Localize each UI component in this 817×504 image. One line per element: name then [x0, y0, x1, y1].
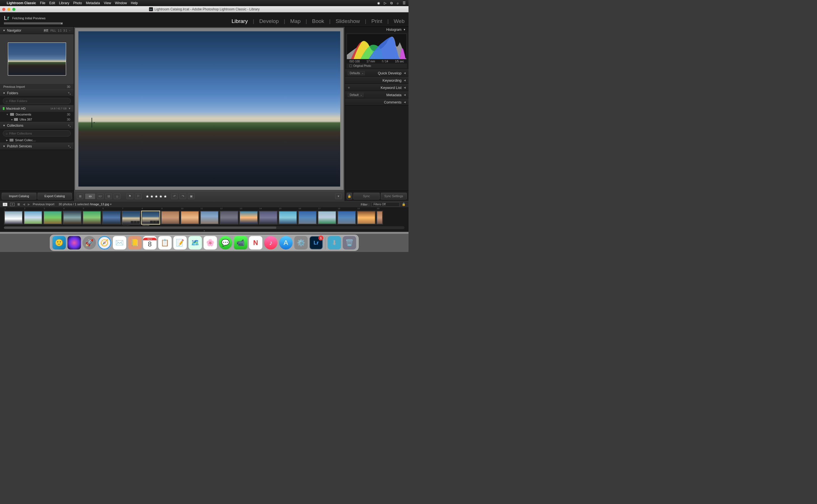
module-library[interactable]: Library	[232, 18, 248, 24]
filmstrip-thumb[interactable]	[318, 211, 337, 225]
dock-trash-icon[interactable]: 🗑️	[343, 236, 356, 249]
menu-photo[interactable]: Photo	[73, 1, 82, 5]
quick-develop-preset-select[interactable]: Defaults	[348, 71, 365, 75]
dock-maps-icon[interactable]: 🗺️	[188, 236, 202, 249]
nav-zoom-fill[interactable]: FILL	[50, 29, 56, 32]
filmstrip-thumb[interactable]	[357, 211, 376, 225]
flag-pick-button[interactable]: ⚑	[126, 194, 133, 199]
folders-header[interactable]: ▼ Folders +▾	[0, 90, 74, 97]
sync-lock-button[interactable]: 🔒	[347, 193, 352, 199]
nav-zoom-1to1[interactable]: 1:1	[58, 29, 62, 32]
collections-filter-input[interactable]: ⌕ Filter Collections	[3, 130, 71, 136]
filmstrip-thumb[interactable]	[298, 211, 317, 225]
star-icon[interactable]: ★	[145, 194, 149, 199]
folders-filter-input[interactable]: ⌕ Filter Folders	[3, 98, 71, 104]
filmstrip-thumb[interactable]	[259, 211, 278, 225]
main-monitor-button[interactable]: 1	[3, 203, 7, 206]
nav-forward-button[interactable]: ▶	[28, 202, 30, 206]
filmstrip-thumb[interactable]	[43, 211, 62, 225]
keywording-header[interactable]: Keywording ◀	[345, 77, 408, 84]
rating-stars[interactable]: ★ ★ ★ ★ ★	[145, 194, 167, 199]
export-catalog-button[interactable]: Export Catalog	[37, 193, 72, 199]
menubar-displays-icon[interactable]: ⧉	[390, 1, 393, 5]
filter-lock-icon[interactable]: 🔒	[402, 202, 406, 206]
star-icon[interactable]: ★	[154, 194, 158, 199]
star-icon[interactable]: ★	[163, 194, 167, 199]
comments-header[interactable]: Comments ◀	[345, 98, 408, 106]
window-minimize-button[interactable]	[7, 8, 10, 11]
cancel-activity-button[interactable]: ✕	[60, 22, 63, 25]
histogram-chart[interactable]	[347, 34, 407, 59]
filmstrip-thumb[interactable]	[161, 211, 180, 225]
menu-edit[interactable]: Edit	[49, 1, 55, 5]
menu-metadata[interactable]: Metadata	[86, 1, 100, 5]
dock-mail-icon[interactable]: ✉️	[113, 236, 126, 249]
volume-menu-icon[interactable]: ▼	[68, 107, 71, 110]
dock-finder-icon[interactable]: 🙂	[52, 236, 66, 249]
filmstrip-thumb[interactable]	[337, 211, 356, 225]
filmstrip-thumb[interactable]	[4, 211, 23, 225]
dock-safari-icon[interactable]: 🧭	[98, 236, 111, 249]
module-print[interactable]: Print	[371, 18, 382, 24]
app-menu[interactable]: Lightroom Classic	[7, 1, 36, 5]
publish-header[interactable]: ▼ Publish Services +▾	[0, 143, 74, 150]
rotate-ccw-button[interactable]: ↶	[171, 194, 178, 199]
catalog-previous-import[interactable]: Previous Import 30	[0, 84, 74, 90]
compare-view-button[interactable]: X|Y	[97, 194, 104, 199]
sync-button[interactable]: Sync	[353, 193, 380, 199]
dock-calendar-icon[interactable]: NOV8	[143, 236, 156, 249]
menu-window[interactable]: Window	[115, 1, 127, 5]
window-close-button[interactable]	[2, 8, 5, 11]
toolbar-menu-button[interactable]: ▾	[335, 194, 342, 199]
filmstrip-toggle-handle[interactable]: ▼	[0, 230, 408, 232]
people-view-button[interactable]: ☺	[114, 194, 120, 199]
filmstrip-thumbs[interactable]: ★★★★★ ★★★★★	[0, 210, 408, 226]
nav-zoom-fit[interactable]: FIT	[43, 29, 49, 32]
nav-back-button[interactable]: ◀	[23, 202, 25, 206]
import-catalog-button[interactable]: Import Catalog	[2, 193, 36, 199]
navigator-preview[interactable]	[0, 34, 74, 84]
dock-preferences-icon[interactable]: ⚙️	[294, 236, 308, 249]
menu-help[interactable]: Help	[131, 1, 138, 5]
original-photo-checkbox[interactable]: Original Photo	[347, 63, 407, 68]
menubar-airplay-icon[interactable]: ▷	[384, 1, 386, 5]
source-label[interactable]: Previous Import	[33, 202, 54, 206]
menubar-spotlight-icon[interactable]: ⌕	[397, 1, 399, 5]
menu-file[interactable]: File	[40, 1, 45, 5]
star-icon[interactable]: ★	[159, 194, 163, 199]
dock-music-icon[interactable]: ♪	[264, 236, 278, 249]
filmstrip-thumb-selected[interactable]: ★★★★★	[141, 211, 160, 225]
dock-lightroom-icon[interactable]: Lr1	[309, 236, 323, 249]
module-develop[interactable]: Develop	[259, 18, 279, 24]
folders-add-button[interactable]: +▾	[68, 91, 71, 95]
navigator-header[interactable]: ▼ Navigator FIT FILL 1:1 3:1 ⌄	[0, 27, 74, 34]
dock-launchpad-icon[interactable]: 🚀	[83, 236, 96, 249]
volume-row[interactable]: Macintosh HD 14.8 / 42.7 GB ▼	[0, 105, 74, 112]
rotate-cw-button[interactable]: ↷	[179, 194, 186, 199]
dock-facetime-icon[interactable]: 📹	[234, 236, 247, 249]
publish-add-button[interactable]: +▾	[68, 144, 71, 149]
filmstrip-thumb[interactable]	[180, 211, 199, 225]
source-menu-icon[interactable]: ▾	[110, 202, 112, 206]
dock-news-icon[interactable]: N	[249, 236, 262, 249]
dock-messages-icon[interactable]: 💬	[219, 236, 232, 249]
dock-photos-icon[interactable]: 🌸	[203, 236, 217, 249]
loupe-view-button[interactable]: ▭	[85, 194, 95, 199]
filmstrip-thumb[interactable]	[82, 211, 101, 225]
slideshow-button[interactable]: ▣	[188, 194, 194, 199]
survey-view-button[interactable]: ⊟	[105, 194, 112, 199]
menubar-notification-icon[interactable]: ◉	[377, 1, 380, 5]
dock-reminders-icon[interactable]: 📋	[158, 236, 171, 249]
filmstrip-thumb[interactable]	[23, 211, 43, 225]
filmstrip-thumb[interactable]	[278, 211, 297, 225]
histogram-header[interactable]: Histogram ▼	[345, 27, 408, 32]
dock-downloads-icon[interactable]: ⬇	[328, 236, 341, 249]
filmstrip-thumb[interactable]	[200, 211, 219, 225]
module-web[interactable]: Web	[394, 18, 405, 24]
folder-documents[interactable]: ▼ Documents 30	[0, 112, 74, 117]
keyword-add-button[interactable]: +	[348, 85, 350, 90]
window-zoom-button[interactable]	[12, 8, 15, 11]
menu-library[interactable]: Library	[59, 1, 69, 5]
metadata-preset-select[interactable]: Default	[348, 93, 363, 97]
quick-develop-header[interactable]: Defaults Quick Develop ◀	[345, 69, 408, 77]
